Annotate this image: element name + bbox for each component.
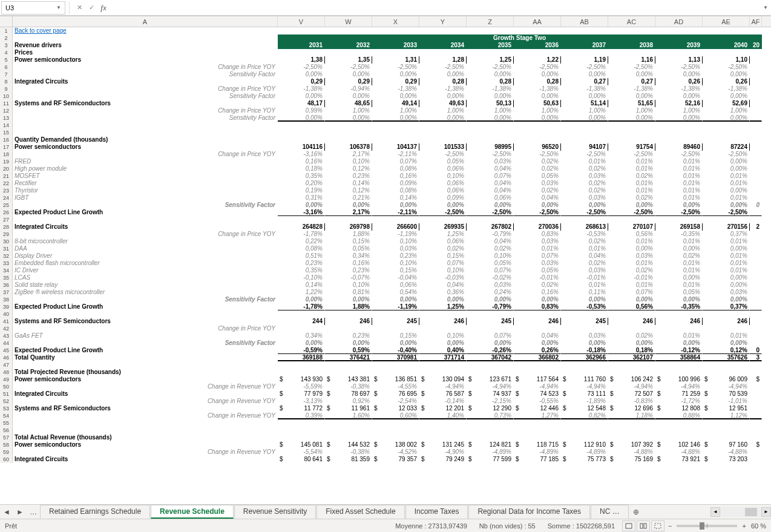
cell[interactable]: 0,14% (372, 194, 419, 202)
cell[interactable]: 244 (278, 318, 325, 325)
cell[interactable]: 1,19 (561, 56, 608, 64)
cell[interactable]: 0,03% (514, 260, 561, 267)
cell[interactable]: -0,01% (514, 274, 561, 281)
cell[interactable]: 1,25% (419, 231, 467, 238)
cell[interactable] (750, 448, 762, 456)
cell[interactable]: 0,88% (655, 412, 703, 419)
cell[interactable]: -1,38% (278, 85, 325, 93)
cell[interactable]: $124 821 (467, 441, 514, 448)
row-header[interactable]: 27 (0, 216, 13, 223)
cell[interactable] (467, 310, 514, 318)
cell[interactable]: $75 169 (608, 456, 655, 463)
cell[interactable] (750, 310, 762, 318)
cell[interactable]: 0,00% (703, 165, 750, 172)
cell[interactable]: -0,01% (608, 274, 655, 281)
cell[interactable] (750, 405, 762, 412)
cell[interactable]: 101533 (419, 143, 467, 151)
cell[interactable]: 0,02% (608, 332, 655, 340)
cell[interactable]: 2031 (278, 42, 325, 49)
cell[interactable] (750, 318, 762, 325)
cell[interactable] (750, 332, 762, 340)
cell[interactable]: 0,00% (467, 296, 514, 303)
cell[interactable]: -0,38% (325, 383, 372, 390)
cell[interactable]: -2,50% (467, 209, 514, 216)
cell[interactable] (561, 434, 608, 441)
cell[interactable] (750, 136, 762, 143)
cell[interactable]: 0,01% (655, 187, 703, 194)
cell[interactable]: Embedded flash microcontroller (13, 260, 278, 267)
tab-nav-more[interactable]: … (27, 508, 40, 516)
cell[interactable]: 89460 (655, 143, 703, 151)
cell[interactable] (561, 49, 608, 56)
cell[interactable] (325, 136, 372, 143)
cell[interactable] (467, 122, 514, 129)
horizontal-scrollbar[interactable]: ◄ ► (710, 507, 771, 517)
cell[interactable] (655, 216, 703, 223)
cell[interactable] (372, 310, 419, 318)
col-header[interactable]: A (13, 16, 278, 27)
cell[interactable]: 0,26 (703, 78, 750, 85)
cell[interactable]: $123 671 (467, 376, 514, 383)
cell[interactable] (13, 122, 278, 129)
row-header[interactable]: 39 (0, 303, 13, 310)
cell[interactable] (703, 216, 750, 223)
row-header[interactable]: 45 (0, 347, 13, 354)
col-header[interactable]: AB (561, 16, 608, 27)
cell[interactable] (325, 427, 372, 434)
cell[interactable]: $138 002 (372, 441, 419, 448)
cell[interactable]: 0,60% (372, 412, 419, 419)
cell[interactable]: 0,00% (655, 274, 703, 281)
cell[interactable]: MOSFET (13, 172, 278, 180)
cell[interactable]: 0,14% (278, 281, 325, 289)
cell[interactable] (278, 27, 325, 34)
cell[interactable]: 0,07% (608, 289, 655, 296)
cell[interactable]: Power semiconductors (13, 441, 278, 448)
cell[interactable]: 0,01% (655, 238, 703, 245)
cell[interactable]: 0,01% (703, 172, 750, 180)
cell[interactable]: 246 (514, 318, 561, 325)
cell[interactable]: 0,56% (608, 231, 655, 238)
cell[interactable] (372, 434, 419, 441)
cell[interactable] (13, 216, 278, 223)
cell[interactable] (278, 369, 325, 376)
cell[interactable]: -0,83% (608, 398, 655, 405)
cell[interactable]: -0,10% (278, 274, 325, 281)
cell[interactable]: 52,16 (655, 100, 703, 107)
cell[interactable]: 0,00% (467, 93, 514, 100)
cell[interactable]: $145 081 (278, 441, 325, 448)
cell[interactable]: High power module (13, 165, 278, 172)
cell[interactable] (278, 310, 325, 318)
zoom-slider[interactable] (677, 525, 737, 527)
cell[interactable] (750, 64, 762, 71)
row-header[interactable]: 60 (0, 456, 13, 463)
cell[interactable]: -3,13% (278, 398, 325, 405)
cell[interactable]: -2,50% (419, 64, 467, 71)
cell[interactable] (750, 238, 762, 245)
cell[interactable]: 0,00% (655, 296, 703, 303)
cell[interactable]: -2,50% (608, 64, 655, 71)
cell[interactable]: 0,00% (514, 340, 561, 347)
zoom-level[interactable]: 60 % (751, 522, 766, 530)
cell[interactable]: $111 760 (561, 376, 608, 383)
cell[interactable]: 0,06% (419, 180, 467, 187)
cell[interactable]: -2,50% (655, 64, 703, 71)
cell[interactable]: 270036 (514, 223, 561, 231)
cell[interactable]: -5,54% (278, 448, 325, 456)
cell[interactable] (561, 310, 608, 318)
cell[interactable]: 49,14 (372, 100, 419, 107)
cell[interactable] (13, 419, 278, 427)
cell[interactable]: 0,28 (419, 78, 467, 85)
col-header[interactable]: X (372, 16, 419, 27)
cell[interactable]: 1,35 (325, 56, 372, 64)
cell[interactable]: 2034 (419, 42, 467, 49)
cell[interactable]: 0,00% (703, 274, 750, 281)
cell[interactable]: 2038 (608, 42, 655, 49)
cell[interactable] (608, 49, 655, 56)
cell[interactable]: 2039 (655, 42, 703, 49)
cell[interactable] (372, 427, 419, 434)
cell[interactable] (703, 129, 750, 136)
cell[interactable]: Sensitivity Factor (13, 340, 278, 347)
cell[interactable]: -2,50% (561, 151, 608, 158)
cell[interactable]: 0,03% (467, 158, 514, 165)
cell[interactable]: -4,89% (467, 448, 514, 456)
